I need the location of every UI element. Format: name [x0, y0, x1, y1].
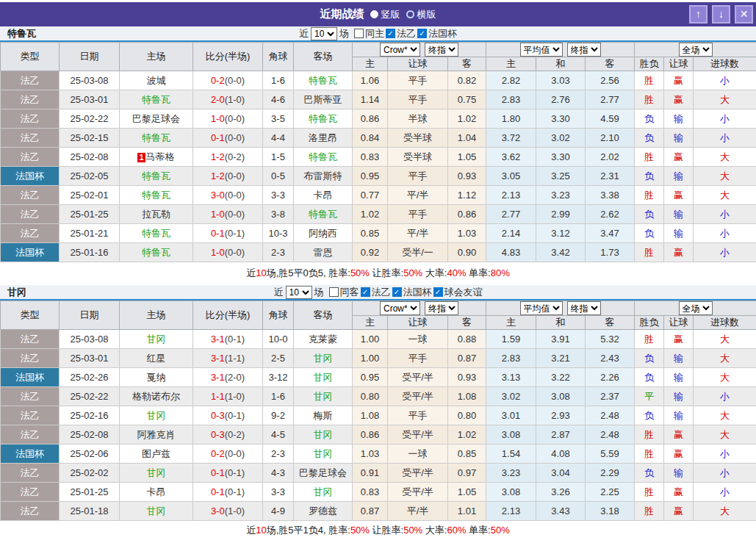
- winloss-cell: 胜: [635, 483, 664, 502]
- layout-radio-vertical[interactable]: 竖版: [370, 8, 400, 21]
- winloss-cell: 胜: [635, 90, 664, 109]
- avg-odds-cell-1: 3.08: [536, 387, 586, 406]
- col-home: 主场: [120, 43, 193, 71]
- summary-line: 近10场,胜5平0负5, 胜率:50% 让胜率:50% 大率:40% 单率:80…: [0, 262, 756, 285]
- average-select[interactable]: 平均值: [520, 43, 563, 57]
- home-team-name: 特鲁瓦: [142, 170, 170, 181]
- summary-segment: 50%: [350, 267, 370, 278]
- date-cell: 25-02-08: [60, 148, 120, 167]
- bookmaker-select[interactable]: Crow*: [380, 43, 420, 57]
- summary-segment: 50%: [350, 525, 370, 536]
- away-team-cell: 特鲁瓦: [294, 71, 353, 90]
- avg-odds-cell-0: 3.02: [486, 387, 536, 406]
- avg-odds-cell-2: 2.26: [586, 368, 635, 387]
- close-button[interactable]: ✕: [735, 5, 753, 24]
- filter-checkbox-法乙[interactable]: ✓法乙: [361, 286, 391, 299]
- score-cell: 1-0(0-0): [193, 109, 263, 129]
- filter-checkbox-法国杯[interactable]: ✓法国杯: [392, 286, 432, 299]
- odds-stage-select-2[interactable]: 终指: [567, 43, 601, 57]
- odds-stage-select-2[interactable]: 终指: [567, 301, 601, 315]
- away-team-cell: 甘冈: [294, 483, 353, 502]
- handicap-result-cell: 输: [664, 387, 694, 406]
- layout-radio-horizontal[interactable]: 横版: [406, 8, 436, 21]
- avg-odds-cell-2: 2.29: [586, 464, 635, 483]
- home-team-name: 图卢兹: [142, 448, 170, 459]
- crow-odds-cell-2: 0.88: [448, 330, 486, 349]
- home-team-name: 特鲁瓦: [142, 94, 170, 105]
- match-row: 法国杯25-02-06图卢兹0-2(0-0)2-3甘冈1.03一球0.851.5…: [1, 444, 756, 464]
- avg-odds-cell-1: 2.87: [536, 425, 586, 444]
- date-cell: 25-03-01: [60, 349, 120, 368]
- summary-segment: 近: [246, 525, 256, 536]
- home-team-cell: 特鲁瓦: [120, 243, 193, 262]
- fulltime-score: 1-0: [211, 113, 225, 124]
- fulltime-select[interactable]: 全场: [679, 43, 713, 57]
- move-down-button[interactable]: ↓: [712, 5, 730, 24]
- score-cell: 0-1(0-1): [193, 224, 263, 243]
- sub-winloss: 胜负: [635, 316, 664, 330]
- filter-checkbox-法乙[interactable]: ✓法乙: [386, 27, 416, 40]
- home-team-cell: 甘冈: [120, 406, 193, 425]
- winloss-cell: 负: [635, 349, 664, 368]
- away-team-name: 甘冈: [314, 448, 333, 459]
- goals-result-cell: 小: [694, 387, 756, 406]
- match-row: 法乙25-02-02甘冈0-1(0-1)4-3巴黎足球会0.91受平/半0.97…: [1, 464, 756, 483]
- bookmaker-select[interactable]: Crow*: [380, 301, 420, 315]
- home-team-name: 特鲁瓦: [142, 190, 170, 201]
- winloss-cell: 平: [635, 387, 664, 406]
- away-team-cell: 特鲁瓦: [294, 205, 353, 224]
- crow-odds-cell-2: 1.03: [448, 224, 486, 243]
- away-team-cell: 洛里昂: [294, 129, 353, 148]
- crow-odds-cell-0: 1.03: [353, 444, 388, 464]
- crow-odds-cell-2: 1.12: [448, 186, 486, 205]
- filter-checkbox-同主[interactable]: 同主: [354, 27, 384, 40]
- odds-stage-select-1[interactable]: 终指: [425, 301, 458, 315]
- crow-odds-cell-0: 0.95: [353, 368, 388, 387]
- average-select[interactable]: 平均值: [520, 301, 563, 315]
- crow-odds-cell-2: 0.75: [448, 90, 486, 109]
- crow-odds-cell-2: 0.93: [448, 368, 486, 387]
- away-team-name: 布雷斯特: [304, 170, 342, 181]
- avg-odds-cell-0: 2.13: [486, 502, 536, 521]
- filter-checkbox-label: 法乙: [397, 27, 416, 40]
- match-count-select[interactable]: 10: [286, 286, 312, 299]
- filter-checkbox-球会友谊[interactable]: ✓球会友谊: [433, 286, 483, 299]
- home-team-cell: 卡昂: [120, 483, 193, 502]
- fulltime-score: 1-1: [211, 391, 225, 402]
- crow-odds-cell-0: 0.92: [353, 243, 388, 262]
- close-icon: ✕: [740, 8, 749, 20]
- avg-odds-cell-2: 4.59: [586, 109, 635, 129]
- avg-odds-cell-0: 3.08: [486, 425, 536, 444]
- match-row: 法乙25-03-01特鲁瓦2-0(1-0)4-6巴斯蒂亚1.14平手0.752.…: [1, 90, 756, 109]
- fulltime-score: 0-1: [211, 467, 225, 478]
- avg-odds-cell-0: 3.05: [486, 167, 536, 186]
- halftime-score: (0-1): [225, 486, 245, 497]
- filter-checkbox-法国杯[interactable]: ✓法国杯: [417, 27, 457, 40]
- league-cell: 法乙: [1, 148, 60, 167]
- away-team-name: 雷恩: [314, 247, 333, 258]
- halftime-score: (2-0): [225, 372, 245, 383]
- match-count-select[interactable]: 10: [311, 27, 337, 40]
- score-cell: 3-1(0-1): [193, 330, 263, 349]
- home-team-name: 阿雅克肖: [137, 429, 176, 440]
- crow-odds-cell-2: 1.02: [448, 425, 486, 444]
- league-cell: 法乙: [1, 330, 60, 349]
- fulltime-score: 3-1: [211, 372, 225, 383]
- league-cell: 法乙: [1, 406, 60, 425]
- odds-stage-select-1[interactable]: 终指: [425, 43, 458, 57]
- crow-header: Crow*终指: [353, 43, 486, 57]
- date-cell: 25-03-01: [60, 90, 120, 109]
- move-up-button[interactable]: ↑: [689, 5, 708, 24]
- avg-odds-cell-1: 2.99: [536, 205, 586, 224]
- match-row: 法乙25-01-25拉瓦勒1-0(0-0)3-8特鲁瓦1.02平手0.862.7…: [1, 205, 756, 224]
- crow-odds-cell-1: 一球: [388, 330, 448, 349]
- crow-odds-cell-1: 受平/半: [388, 464, 448, 483]
- filter-checkbox-同客[interactable]: 同客: [329, 286, 359, 299]
- score-cell: 0-2(0-0): [193, 444, 263, 464]
- fulltime-select[interactable]: 全场: [679, 301, 713, 315]
- league-cell: 法乙: [1, 129, 60, 148]
- avg-odds-cell-1: 2.76: [536, 90, 586, 109]
- avg-odds-cell-2: 2.62: [586, 205, 635, 224]
- summary-segment: 让胜率:: [370, 267, 403, 278]
- filter-checkbox-label: 法国杯: [428, 27, 457, 40]
